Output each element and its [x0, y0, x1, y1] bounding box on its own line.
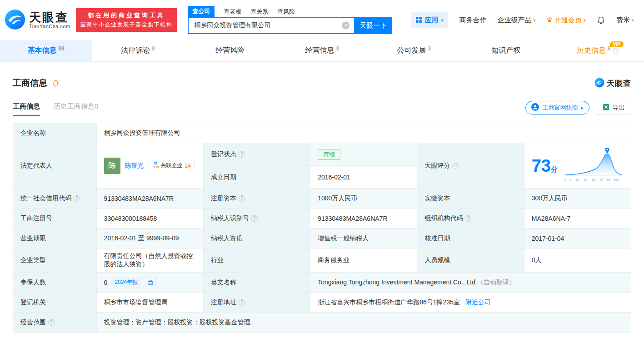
help-icon[interactable] [239, 195, 245, 202]
business-info-table: 企业名称 桐乡同众投资管理有限公司 法定代表人 陈 陈耀光 [13, 123, 631, 333]
chevron-down-icon [441, 18, 443, 23]
score-curve-chart: 0 1 15 55 85 97 99 100 [564, 147, 624, 184]
est-date-value: 2016-02-01 [310, 166, 417, 189]
content: 工商信息 天眼查 工商信息 历史工商信息0 [0, 77, 644, 333]
nav-item-open-vip[interactable]: 开通会员 [546, 16, 585, 25]
tab-legal-proceedings[interactable]: 法律诉讼 8 [92, 40, 184, 61]
help-icon[interactable] [613, 48, 619, 54]
excel-icon [603, 104, 609, 112]
slogan-line2: 国家中小企业发展子基金旗下机构 [80, 21, 173, 29]
tab-label: 法律诉讼 [121, 46, 150, 55]
nav-item-label: 企业级产品 [497, 16, 531, 25]
tab-label: 基本信息 [28, 46, 57, 55]
legal-rep-link[interactable]: 陈耀光 [125, 162, 144, 170]
field-label: 纳税人识别号 [203, 209, 310, 229]
help-icon[interactable] [465, 215, 471, 222]
nav-item-enterprise-products[interactable]: 企业级产品 [497, 16, 535, 25]
field-label: 天眼评分 [417, 143, 524, 189]
search-tab-boss[interactable]: 查老板 [224, 7, 241, 17]
business-term-value: 2016-02-01 至 9999-09-09 [96, 229, 203, 249]
tab-history-info[interactable]: VIP 历史信息 8 [552, 40, 644, 61]
score-value: 73 [532, 156, 551, 175]
notifications-bell-icon[interactable] [597, 16, 605, 25]
help-icon[interactable] [239, 151, 245, 158]
tab-company-development[interactable]: 公司发展 3 [368, 40, 460, 61]
tab-count: 3 [336, 45, 339, 52]
chevron-down-icon [584, 18, 586, 23]
search-area: 查公司 查老板 查关系 查风险 天眼一下 [188, 6, 392, 34]
official-snapshot-button[interactable]: 工商官网快照 [525, 101, 589, 114]
arrow-right-icon [581, 105, 584, 111]
export-label: 导出 [613, 104, 624, 112]
address-value: 浙江省嘉兴市桐乡市梧桐街道广华路86号1幢235室 [318, 298, 460, 306]
field-label: 注册资本 [203, 189, 310, 209]
table-row: 工商注册号 330483000188458 纳税人识别号 91330483MA2… [13, 209, 631, 229]
legal-rep-avatar[interactable]: 陈 [104, 158, 120, 174]
nav-item-label: 费米 [616, 16, 630, 25]
field-label: 成立日期 [203, 166, 310, 189]
tianyancha-logo[interactable]: 天眼查 TianYanCha.com [5, 9, 70, 31]
tab-operating-risk[interactable]: 经营风险 [184, 40, 276, 61]
nav-item-account[interactable]: 费米 [616, 16, 634, 25]
svg-text:85: 85 [592, 178, 595, 181]
help-icon[interactable] [251, 215, 258, 222]
header: 天眼查 TianYanCha.com 都在用的商业查询工具 国家中小企业发展子基… [0, 0, 644, 40]
search-button[interactable]: 天眼一下 [354, 17, 392, 34]
tab-count: 8 [608, 45, 611, 52]
watermark-logo-text: 天眼查 [607, 78, 631, 89]
apps-label: 应用 [424, 16, 438, 25]
field-label: 登记状态 [203, 143, 310, 166]
nav-item-cooperation[interactable]: 商务合作 [459, 16, 486, 25]
search-input[interactable] [188, 17, 354, 34]
tianyancha-logo-icon [5, 9, 25, 31]
uscc-value: 91330483MA28A6NA7R [96, 189, 203, 209]
tab-basic-info[interactable]: 基本信息 88 [0, 40, 92, 61]
table-row: 登记机关 桐乡市市场监督管理局 注册地址 浙江省嘉兴市桐乡市梧桐街道广华路86号… [13, 293, 631, 313]
english-name-value: Tongxiang Tongzhong Investment Managemen… [318, 278, 475, 286]
search-tab-company[interactable]: 查公司 [188, 6, 215, 17]
search-tab-relation[interactable]: 查关系 [250, 7, 268, 17]
tab-intellectual-property[interactable]: 知识产权 [460, 40, 552, 61]
subtab-business-registration[interactable]: 工商信息 [13, 102, 40, 116]
institution-icon[interactable] [145, 278, 156, 287]
section-watermark-logo: 天眼查 [594, 78, 631, 89]
logo-title: 天眼查 [29, 11, 70, 24]
score-cell: 73分 [524, 143, 631, 189]
field-label: 工商注册号 [13, 209, 97, 229]
help-icon[interactable] [48, 319, 55, 326]
annual-report-badge[interactable]: 2024年报 [111, 277, 141, 288]
tab-business-info[interactable]: 经营信息 3 [276, 40, 368, 61]
company-type-value: 有限责任公司（自然人投资或控股的法人独资） [96, 249, 203, 273]
search-tab-risk[interactable]: 查风险 [277, 7, 295, 17]
insured-cell: 0 2024年报 [96, 273, 203, 293]
slogan-line1: 都在用的商业查询工具 [80, 11, 173, 20]
subtab-history-registration[interactable]: 历史工商信息0 [54, 102, 98, 116]
field-label: 统一社会信用代码 [13, 189, 97, 209]
export-button[interactable]: 导出 [596, 101, 631, 114]
svg-text:55: 55 [584, 178, 587, 181]
help-icon[interactable] [74, 195, 80, 202]
address-cell: 浙江省嘉兴市桐乡市梧桐街道广华路86号1幢235室 附近公司 [310, 293, 631, 313]
english-name-cell: Tongxiang Tongzhong Investment Managemen… [310, 273, 631, 293]
field-label: 企业类型 [13, 249, 97, 273]
reg-capital-value: 1000万人民币 [310, 189, 417, 209]
svg-text:99: 99 [607, 178, 610, 181]
field-label: 组织机构代码 [417, 209, 524, 229]
field-label: 核准日期 [417, 229, 524, 249]
related-companies-label: 关联企业 [161, 162, 183, 169]
help-icon[interactable] [239, 299, 245, 306]
related-companies-button[interactable]: 关联企业 24 [149, 160, 195, 171]
nav-item-label: 商务合作 [459, 16, 486, 25]
field-label: 行业 [203, 249, 310, 273]
field-label: 登记机关 [13, 293, 97, 313]
clear-search-icon[interactable] [342, 22, 349, 30]
field-label: 人员规模 [417, 249, 524, 273]
crown-icon [546, 16, 552, 24]
subscribe-bell-icon[interactable] [52, 80, 60, 87]
tab-count: 88 [59, 45, 65, 52]
brand-slogan: 都在用的商业查询工具 国家中小企业发展子基金旗下机构 [76, 8, 177, 32]
insured-count: 0 [104, 279, 108, 286]
nearby-companies-link[interactable]: 附近公司 [465, 298, 491, 306]
help-icon[interactable] [452, 163, 459, 169]
apps-button[interactable]: 应用 [411, 12, 448, 28]
